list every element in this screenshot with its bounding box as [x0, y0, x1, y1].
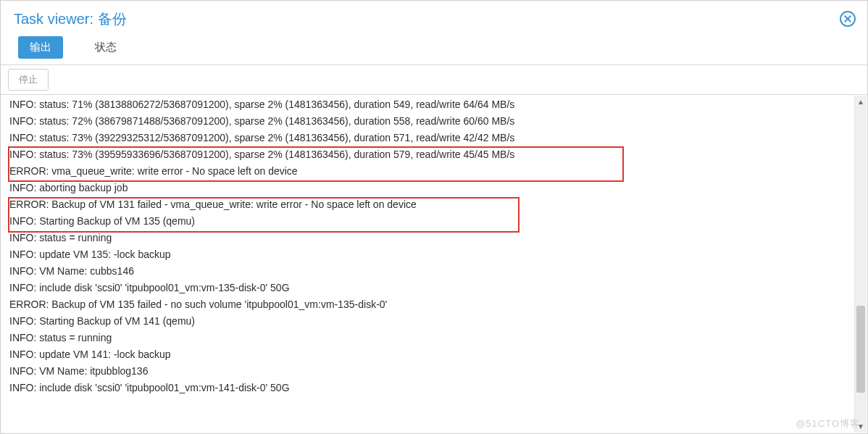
vertical-scrollbar[interactable]: ▲ ▼ — [854, 96, 867, 433]
log-line: INFO: status = running — [9, 230, 867, 246]
scroll-thumb[interactable] — [856, 306, 865, 393]
log-line: ERROR: Backup of VM 131 failed - vma_que… — [9, 196, 867, 213]
log-line: INFO: include disk 'scsi0' 'itpubpool01_… — [9, 380, 867, 396]
scroll-up-icon[interactable]: ▲ — [855, 96, 867, 108]
log-line: INFO: status: 73% (39595933696/536870912… — [9, 146, 867, 163]
title-bar: Task viewer: 备份 — [1, 1, 867, 33]
close-icon[interactable] — [840, 11, 856, 27]
scroll-down-icon[interactable]: ▼ — [855, 420, 867, 433]
tab-output[interactable]: 输出 — [18, 36, 63, 59]
task-viewer-window: Task viewer: 备份 输出 状态 停止 INFO: status: 7… — [0, 0, 868, 434]
log-line: INFO: update VM 141: -lock backup — [9, 346, 867, 363]
log-line: ERROR: vma_queue_write: write error - No… — [9, 163, 867, 180]
log-line: INFO: Starting Backup of VM 141 (qemu) — [9, 313, 867, 330]
log-line: INFO: VM Name: cubbs146 — [9, 263, 867, 280]
log-line: INFO: VM Name: itpubblog136 — [9, 363, 867, 380]
tab-status[interactable]: 状态 — [83, 36, 128, 59]
stop-button[interactable]: 停止 — [8, 69, 49, 91]
log-line: INFO: status = running — [9, 330, 867, 346]
log-line: INFO: Starting Backup of VM 135 (qemu) — [9, 213, 867, 230]
log-line: INFO: include disk 'scsi0' 'itpubpool01_… — [9, 280, 867, 296]
log-line: INFO: status: 72% (38679871488/536870912… — [9, 113, 867, 130]
log-lines: INFO: status: 71% (38138806272/536870912… — [1, 95, 867, 398]
log-line: INFO: status: 73% (39229325312/536870912… — [9, 130, 867, 146]
window-title: Task viewer: 备份 — [14, 9, 127, 29]
log-line: INFO: aborting backup job — [9, 180, 867, 196]
toolbar: 停止 — [1, 64, 867, 95]
tab-bar: 输出 状态 — [1, 33, 867, 64]
log-line: ERROR: Backup of VM 135 failed - no such… — [9, 296, 867, 313]
log-line: INFO: update VM 135: -lock backup — [9, 246, 867, 263]
log-output: INFO: status: 71% (38138806272/536870912… — [1, 95, 867, 433]
log-line: INFO: status: 71% (38138806272/536870912… — [9, 96, 867, 113]
